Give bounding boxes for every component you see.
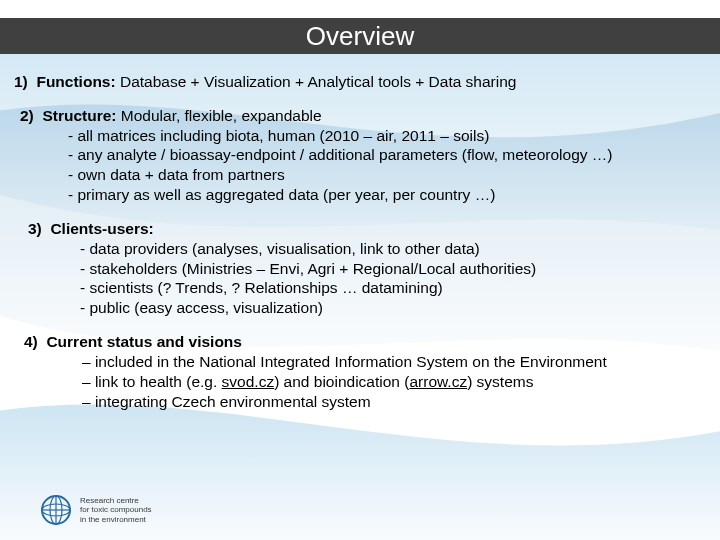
bullet-text: ) and bioindication ( — [274, 373, 409, 390]
footer-line: for toxic compounds — [80, 505, 152, 514]
section-clients: 3) Clients-users: - data providers (anal… — [28, 219, 706, 318]
footer: Research centre for toxic compounds in t… — [40, 494, 152, 526]
bullet: - any analyte / bioassay-endpoint / addi… — [20, 145, 706, 165]
bullet: - public (easy access, visualization) — [28, 298, 706, 318]
link-text: svod.cz — [222, 373, 275, 390]
bullet: - primary as well as aggregated data (pe… — [20, 185, 706, 205]
section-heading: Structure: — [42, 107, 116, 124]
bullet: – link to health (e.g. svod.cz) and bioi… — [24, 372, 706, 392]
slide-title: Overview — [306, 21, 414, 51]
section-structure: 2) Structure: Modular, flexible, expanda… — [20, 106, 706, 205]
bullet-text: ) systems — [467, 373, 533, 390]
section-heading: Current status and visions — [46, 333, 242, 350]
section-number: 3) — [28, 220, 42, 237]
section-heading: Clients-users: — [50, 220, 153, 237]
globe-icon — [40, 494, 72, 526]
title-bar: Overview — [0, 18, 720, 54]
bullet: - scientists (? Trends, ? Relationships … — [28, 278, 706, 298]
footer-line: Research centre — [80, 496, 152, 505]
bullet: - own data + data from partners — [20, 165, 706, 185]
bullet-text: – link to health (e.g. — [82, 373, 222, 390]
section-status: 4) Current status and visions – included… — [24, 332, 706, 411]
section-number: 1) — [14, 73, 28, 90]
section-text: Modular, flexible, expandable — [117, 107, 322, 124]
footer-line: in the environment — [80, 515, 152, 524]
footer-text: Research centre for toxic compounds in t… — [80, 496, 152, 524]
section-text: Database + Visualization + Analytical to… — [116, 73, 517, 90]
section-number: 2) — [20, 107, 34, 124]
bullet: – integrating Czech environmental system — [24, 392, 706, 412]
section-heading: Functions: — [36, 73, 115, 90]
bullet: - data providers (analyses, visualisatio… — [28, 239, 706, 259]
bullet: - stakeholders (Ministries – Envi, Agri … — [28, 259, 706, 279]
slide-body: 1) Functions: Database + Visualization +… — [14, 72, 706, 425]
bullet: - all matrices including biota, human (2… — [20, 126, 706, 146]
bullet: – included in the National Integrated In… — [24, 352, 706, 372]
section-number: 4) — [24, 333, 38, 350]
section-functions: 1) Functions: Database + Visualization +… — [14, 72, 706, 92]
link-text: arrow.cz — [409, 373, 467, 390]
